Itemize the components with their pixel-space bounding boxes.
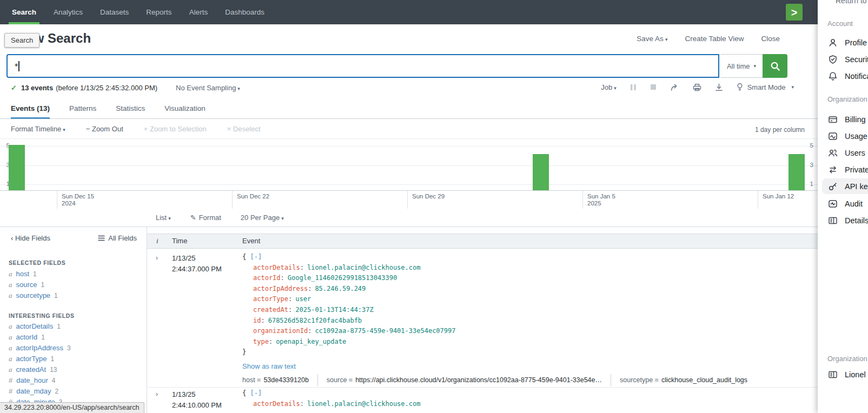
browser-link-preview: 34.29.223.20:8000/en-US/app/search/searc… [0,402,144,413]
json-value[interactable]: 2025-01-13T14:44:37Z [295,306,374,314]
expand-event-button[interactable]: › [156,390,158,398]
tab-visualization[interactable]: Visualization [164,101,206,119]
field-actorType[interactable]: aactorType1 [9,355,54,363]
timeline-scale-note: 1 day per column [755,126,805,134]
format-timeline-menu[interactable]: Format Timeline▾ [11,125,65,133]
hide-fields-button[interactable]: ‹ Hide Fields [11,234,50,242]
json-key[interactable]: actorType [253,295,295,303]
field-date-hour[interactable]: #date_hour4 [9,376,55,384]
json-value[interactable]: 85.246.59.249 [315,285,366,292]
arrows-icon [828,165,838,175]
event-time: 1/13/252:44:10.000 PM [172,389,237,411]
event-sampling-menu[interactable]: No Event Sampling▾ [176,84,240,92]
y-axis-tick-right: 5 [806,142,813,149]
nav-item-datasets[interactable]: Datasets [91,0,137,24]
list-icon [98,235,105,241]
close-button[interactable]: Close [761,35,780,43]
nav-item-dashboards[interactable]: Dashboards [216,0,273,24]
field-host[interactable]: ahost1 [9,270,37,278]
field-actorDetails[interactable]: aactorDetails1 [9,322,61,331]
json-key[interactable]: actorIpAddress [253,285,315,292]
timeline-bar-dec13[interactable] [9,145,25,190]
text-cursor [18,61,19,71]
json-key[interactable]: organizationId [253,327,315,335]
json-value[interactable]: Google_114602629918513043390 [288,274,397,282]
return-to-link[interactable]: Return to [836,0,868,5]
field-source[interactable]: asource1 [9,281,44,289]
pause-button[interactable] [630,84,637,91]
create-table-view-button[interactable]: Create Table View [685,35,744,43]
share-button[interactable] [670,83,679,91]
json-value[interactable]: openapi_key_update [276,338,346,345]
field-createdAt[interactable]: acreatedAt13 [9,365,57,374]
expand-event-button[interactable]: › [156,254,158,262]
nav-item-search[interactable]: Search [3,0,45,24]
collapse-json-link[interactable]: [-] [250,253,262,261]
save-as-button[interactable]: Save As▾ [637,35,667,43]
show-raw-text-link[interactable]: Show as raw text [242,362,296,370]
menu-item-security[interactable]: Security [822,51,868,67]
menu-item-details[interactable]: Details [822,212,868,228]
all-fields-button[interactable]: All Fields [98,234,137,242]
search-input[interactable]: * [6,54,719,78]
menu-item-profile[interactable]: Profile [822,35,868,50]
json-value[interactable]: lionel.palacin@clickhouse.com [307,264,421,271]
nav-item-analytics[interactable]: Analytics [45,0,91,24]
deselect-button[interactable]: × Deselect [227,125,261,133]
tab-statistics[interactable]: Statistics [116,101,145,119]
field-actorIpAddress[interactable]: aactorIpAddress3 [9,344,71,352]
column-event: Event [242,237,260,245]
tab-events[interactable]: Events (13) [11,101,50,119]
timeline-bar-jan03[interactable] [533,154,549,190]
job-menu[interactable]: Job▾ [601,83,617,91]
tab-patterns[interactable]: Patterns [69,101,96,119]
menu-item-users[interactable]: Users [822,145,868,161]
timeline-bar-jan13[interactable] [789,154,805,190]
divider [611,374,611,386]
menu-item-organization-lionel[interactable]: Lionel [822,367,868,382]
export-button[interactable] [715,83,723,91]
nav-item-reports[interactable]: Reports [137,0,180,24]
json-key[interactable]: type [253,338,276,345]
field-sourcetype[interactable]: asourcetype1 [9,291,58,300]
menu-item-billing[interactable]: Billing [822,111,868,127]
json-key[interactable]: actorDetails [253,264,307,271]
json-key[interactable]: id [253,317,268,324]
json-value[interactable]: 678526d582c1f20fac4babfb [268,317,362,324]
clickhouse-console-panel: Return to Account Profile Security Notif… [818,0,868,413]
json-key[interactable]: createdAt [253,306,295,314]
format-results-button[interactable]: ✎Format [190,214,221,222]
menu-item-usage[interactable]: Usage [822,128,868,144]
events-table-header: i Time Event [147,234,818,249]
json-key[interactable]: actorDetails [253,400,307,408]
per-page-menu[interactable]: 20 Per Page▾ [241,214,284,222]
meta-sourcetype[interactable]: sourcetype =clickhouse_cloud_audit_logs [620,376,747,384]
json-value[interactable]: user [295,295,311,303]
timeline-x-axis: Sun Dec 152024 Sun Dec 22 Sun Dec 29 Sun… [0,190,818,208]
field-actorId[interactable]: aactorId1 [9,333,45,342]
json-key[interactable]: actorId [253,274,288,282]
view-mode-menu[interactable]: List▾ [156,214,171,222]
splunk-window: Search Analytics Datasets Reports Alerts… [0,0,818,413]
run-search-button[interactable] [763,54,787,78]
column-time: Time [172,237,187,245]
json-value[interactable]: lionel.palacin@clickhouse.com [307,400,421,408]
meta-host[interactable]: host =53de4339120b [242,376,309,384]
print-button[interactable] [693,83,701,91]
zoom-out-button[interactable]: − Zoom Out [86,125,123,133]
menu-item-private-endpoints[interactable]: Private [822,162,868,177]
field-date-mday[interactable]: #date_mday2 [9,387,58,395]
stop-button[interactable] [650,84,657,90]
menu-item-api-keys[interactable]: API keys [822,178,868,194]
menu-item-audit[interactable]: Audit [822,196,868,211]
splunk-logo-button[interactable] [786,4,803,21]
chevron-down-icon: ▾ [614,85,617,91]
meta-source[interactable]: source =https://api.clickhouse.cloud/v1/… [327,376,602,384]
nav-item-alerts[interactable]: Alerts [181,0,217,24]
zoom-to-selection-button[interactable]: + Zoom to Selection [144,125,207,133]
json-value[interactable]: cc1092aa-8775-459e-9401-33e54ec07997 [315,327,455,335]
time-range-picker[interactable]: All time▾ [720,54,763,78]
menu-item-notifications[interactable]: Notifications [822,68,868,84]
search-mode-menu[interactable]: Smart Mode▾ [737,83,794,91]
collapse-json-link[interactable]: [-] [250,389,262,397]
